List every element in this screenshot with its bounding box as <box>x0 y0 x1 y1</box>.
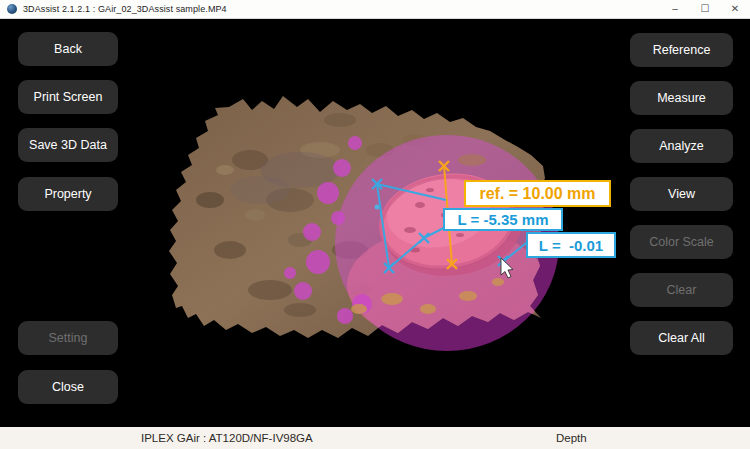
clear-button: Clear <box>630 273 733 307</box>
reference-button[interactable]: Reference <box>630 33 733 67</box>
depth-value-label-1: L = -5.35 mm <box>443 208 563 231</box>
analyze-button[interactable]: Analyze <box>630 129 733 163</box>
title-bar: 3DAssist 2.1.2.1 : GAir_02_3DAssist samp… <box>0 0 750 19</box>
setting-button: Setting <box>18 321 118 355</box>
window-title: 3DAssist 2.1.2.1 : GAir_02_3DAssist samp… <box>23 4 227 14</box>
minimize-icon[interactable]: – <box>660 0 690 18</box>
property-button[interactable]: Property <box>18 177 118 211</box>
mode-label: Depth <box>556 432 587 444</box>
view-button[interactable]: View <box>630 177 733 211</box>
depth-value-label-2: L = -0.01 <box>526 232 616 258</box>
back-button[interactable]: Back <box>18 32 118 66</box>
color-scale-button: Color Scale <box>630 225 733 259</box>
close-button[interactable]: Close <box>18 370 118 404</box>
clear-all-button[interactable]: Clear All <box>630 321 733 355</box>
maximize-icon[interactable]: ☐ <box>690 0 720 18</box>
app-window: 3DAssist 2.1.2.1 : GAir_02_3DAssist samp… <box>0 0 750 449</box>
print-screen-button[interactable]: Print Screen <box>18 80 118 114</box>
close-icon[interactable]: ✕ <box>720 0 750 18</box>
reference-value-label: ref. = 10.00 mm <box>464 180 611 207</box>
measure-button[interactable]: Measure <box>630 81 733 115</box>
app-sphere-icon <box>7 4 17 14</box>
status-bar: IPLEX GAir : AT120D/NF-IV98GA Depth <box>0 427 750 449</box>
device-info: IPLEX GAir : AT120D/NF-IV98GA <box>141 432 313 444</box>
save-3d-data-button[interactable]: Save 3D Data <box>18 128 118 162</box>
window-controls: – ☐ ✕ <box>660 0 750 18</box>
